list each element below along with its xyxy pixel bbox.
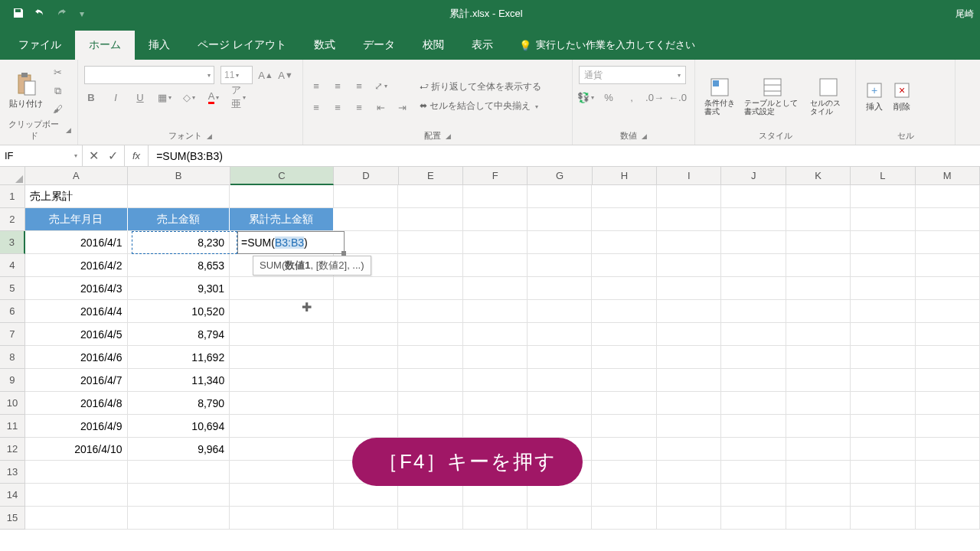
cell[interactable] — [657, 438, 721, 461]
cell-editing-overlay[interactable]: =SUM(B3:B3) — [237, 231, 345, 254]
cell[interactable] — [592, 208, 656, 231]
cell[interactable] — [528, 277, 592, 300]
cell[interactable] — [25, 461, 128, 484]
cell[interactable] — [334, 392, 398, 415]
phonetic-icon[interactable]: ア亜▾ — [231, 90, 245, 104]
cell[interactable] — [786, 185, 851, 208]
cell[interactable] — [916, 507, 980, 530]
formula-input[interactable]: =SUM(B3:B3) — [149, 145, 980, 166]
align-right-icon[interactable]: ≡ — [352, 100, 366, 114]
cell[interactable] — [786, 369, 851, 392]
cell[interactable] — [25, 484, 128, 507]
cell[interactable] — [657, 254, 721, 277]
cell[interactable] — [786, 392, 851, 415]
cell[interactable] — [592, 277, 656, 300]
row-header-14[interactable]: 14 — [0, 484, 25, 507]
cell[interactable] — [398, 484, 462, 507]
row-header-12[interactable]: 12 — [0, 438, 25, 461]
cell[interactable] — [463, 369, 528, 392]
align-center-icon[interactable]: ≡ — [331, 100, 345, 114]
conditional-formatting-button[interactable]: 条件付き書式 — [701, 76, 738, 117]
align-bottom-icon[interactable]: ≡ — [352, 79, 366, 93]
tab-review[interactable]: 校閲 — [409, 31, 458, 60]
cell[interactable] — [463, 300, 528, 323]
cell[interactable] — [528, 185, 592, 208]
cell[interactable] — [657, 346, 721, 369]
cell[interactable] — [657, 300, 721, 323]
cell-a8[interactable]: 2016/4/6 — [25, 346, 128, 369]
undo-icon[interactable] — [34, 7, 46, 21]
cell[interactable] — [334, 277, 398, 300]
cell[interactable] — [657, 369, 721, 392]
cell[interactable] — [851, 185, 915, 208]
insert-function-icon[interactable]: fx — [125, 145, 149, 166]
tab-page-layout[interactable]: ページ レイアウト — [184, 31, 300, 60]
cell[interactable] — [463, 484, 528, 507]
number-format-combo[interactable]: 通貨▾ — [579, 66, 686, 84]
cell[interactable] — [230, 392, 334, 415]
increase-decimal-icon[interactable]: .0→ — [648, 90, 662, 104]
cell-a3[interactable]: 2016/4/1 — [25, 231, 128, 254]
cell[interactable] — [334, 415, 398, 438]
cell[interactable] — [334, 484, 398, 507]
row-header-8[interactable]: 8 — [0, 346, 25, 369]
row-header-1[interactable]: 1 — [0, 185, 25, 208]
cell[interactable] — [786, 277, 851, 300]
cell[interactable] — [528, 231, 592, 254]
cell-a10[interactable]: 2016/4/8 — [25, 392, 128, 415]
cell[interactable] — [334, 507, 398, 530]
cell[interactable] — [657, 277, 721, 300]
cell[interactable] — [592, 415, 656, 438]
cell[interactable] — [25, 507, 128, 530]
cell[interactable] — [721, 208, 786, 231]
cell[interactable] — [463, 346, 528, 369]
cell[interactable] — [786, 438, 851, 461]
cell[interactable] — [786, 484, 851, 507]
cell[interactable] — [592, 507, 656, 530]
cell[interactable] — [851, 300, 915, 323]
cell[interactable] — [786, 507, 851, 530]
cell[interactable] — [592, 254, 656, 277]
cell[interactable] — [916, 185, 980, 208]
cell[interactable] — [592, 461, 656, 484]
cell[interactable] — [463, 277, 528, 300]
cell[interactable] — [786, 300, 851, 323]
cell[interactable] — [721, 231, 786, 254]
cell-a2[interactable]: 売上年月日 — [25, 208, 128, 231]
cell[interactable] — [592, 369, 656, 392]
cell[interactable] — [916, 323, 980, 346]
cell[interactable] — [786, 254, 851, 277]
col-header-k[interactable]: K — [786, 167, 851, 185]
cell-a7[interactable]: 2016/4/5 — [25, 323, 128, 346]
col-header-j[interactable]: J — [721, 167, 786, 185]
tab-formulas[interactable]: 数式 — [300, 31, 349, 60]
cell-a4[interactable]: 2016/4/2 — [25, 254, 128, 277]
cell[interactable] — [721, 277, 786, 300]
cell[interactable] — [398, 254, 462, 277]
cell[interactable] — [230, 346, 334, 369]
cell[interactable] — [851, 254, 915, 277]
cell[interactable] — [592, 392, 656, 415]
tab-home[interactable]: ホーム — [75, 31, 135, 60]
cell-b2[interactable]: 売上金額 — [128, 208, 230, 231]
row-header-15[interactable]: 15 — [0, 507, 25, 530]
cell[interactable] — [657, 323, 721, 346]
tell-me-search[interactable]: 💡 実行したい作業を入力してください — [507, 31, 707, 60]
italic-icon[interactable]: I — [109, 90, 122, 104]
cell[interactable] — [721, 369, 786, 392]
cell[interactable] — [528, 507, 592, 530]
cell[interactable] — [230, 277, 334, 300]
font-color-icon[interactable]: A▾ — [207, 90, 220, 104]
font-size-combo[interactable]: 11▾ — [220, 66, 253, 84]
cell[interactable] — [592, 185, 656, 208]
cell[interactable] — [528, 346, 592, 369]
select-all-corner[interactable] — [0, 167, 25, 185]
cell[interactable] — [721, 484, 786, 507]
comma-icon[interactable]: , — [625, 90, 639, 104]
cell[interactable] — [463, 208, 528, 231]
cell-b11[interactable]: 10,694 — [128, 415, 230, 438]
cell[interactable] — [128, 461, 230, 484]
cell[interactable] — [786, 323, 851, 346]
cell[interactable] — [851, 392, 915, 415]
cell[interactable] — [463, 231, 528, 254]
